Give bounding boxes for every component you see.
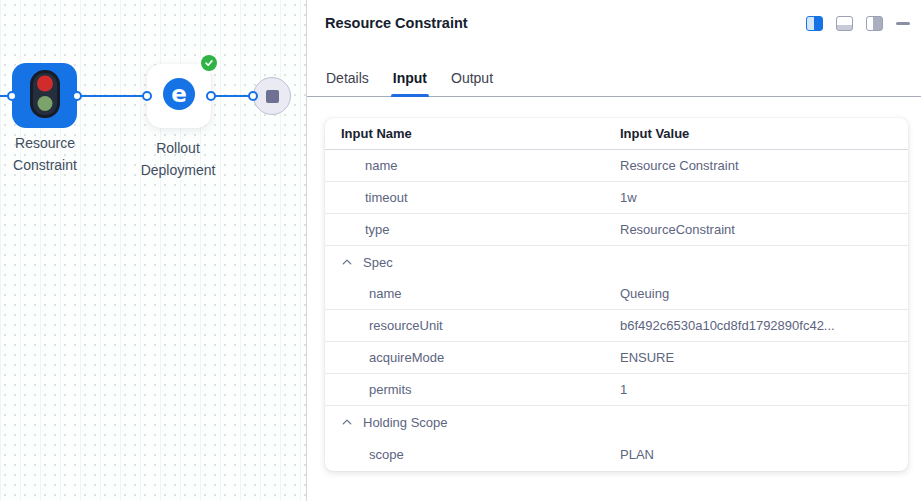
rollout-icon: e bbox=[162, 77, 196, 115]
row-name: type bbox=[325, 222, 620, 237]
svg-text:e: e bbox=[171, 81, 187, 107]
node-label-resource-constraint: Resource Constraint bbox=[0, 132, 100, 176]
row-name: acquireMode bbox=[325, 350, 620, 365]
port-out-rollout-deployment[interactable] bbox=[206, 91, 216, 101]
column-header-input-name: Input Name bbox=[325, 126, 620, 141]
tab-input[interactable]: Input bbox=[393, 60, 427, 96]
row-value: b6f492c6530a10cd8fd1792890fc42... bbox=[620, 318, 908, 333]
step-details-panel: Resource Constraint Details Input Output… bbox=[307, 0, 921, 501]
row-value: PLAN bbox=[620, 447, 908, 462]
row-name: resourceUnit bbox=[325, 318, 620, 333]
row-name: timeout bbox=[325, 190, 620, 205]
node-rollout-deployment[interactable]: e bbox=[147, 64, 211, 128]
port-in-rollout-deployment[interactable] bbox=[142, 91, 152, 101]
table-row: name Queuing bbox=[325, 278, 908, 310]
tab-details[interactable]: Details bbox=[326, 60, 369, 96]
input-table-card: Input Name Input Value name Resource Con… bbox=[325, 118, 908, 471]
row-value: 1w bbox=[620, 190, 908, 205]
column-header-input-value: Input Value bbox=[620, 126, 689, 141]
dock-right-icon[interactable] bbox=[866, 16, 883, 31]
table-row: name Resource Constraint bbox=[325, 150, 908, 182]
success-check-icon bbox=[201, 55, 217, 71]
table-group-row-spec[interactable]: Spec bbox=[325, 246, 908, 278]
tabs-bar: Details Input Output bbox=[307, 60, 921, 97]
dock-bottom-icon[interactable] bbox=[836, 16, 853, 31]
row-value: Queuing bbox=[620, 286, 908, 301]
table-row: permits 1 bbox=[325, 374, 908, 406]
panel-title: Resource Constraint bbox=[325, 15, 468, 31]
row-name: permits bbox=[325, 382, 620, 397]
app-window: Resource Constraint e Rollout Deployment bbox=[0, 0, 921, 501]
group-label: Spec bbox=[363, 255, 393, 270]
table-header: Input Name Input Value bbox=[325, 118, 908, 150]
node-resource-constraint[interactable] bbox=[12, 63, 77, 128]
tab-output[interactable]: Output bbox=[451, 60, 493, 96]
minimize-icon[interactable] bbox=[896, 22, 910, 25]
chevron-up-icon bbox=[341, 256, 353, 268]
row-value: Resource Constraint bbox=[620, 158, 908, 173]
table-row: type ResourceConstraint bbox=[325, 214, 908, 246]
row-name: scope bbox=[325, 447, 620, 462]
table-row: timeout 1w bbox=[325, 182, 908, 214]
port-out-resource-constraint[interactable] bbox=[72, 91, 82, 101]
table-row: scope PLAN bbox=[325, 438, 908, 470]
row-name: name bbox=[325, 158, 620, 173]
row-value: ENSURE bbox=[620, 350, 908, 365]
table-row: resourceUnit b6f492c6530a10cd8fd1792890f… bbox=[325, 310, 908, 342]
row-value: ResourceConstraint bbox=[620, 222, 908, 237]
table-group-row-holding-scope[interactable]: Holding Scope bbox=[325, 406, 908, 438]
chevron-up-icon bbox=[341, 416, 353, 428]
stop-square-icon bbox=[266, 90, 279, 103]
traffic-light-icon bbox=[30, 70, 60, 122]
port-in-resource-constraint[interactable] bbox=[7, 91, 17, 101]
group-label: Holding Scope bbox=[363, 415, 448, 430]
port-in-end-node[interactable] bbox=[248, 91, 258, 101]
node-label-rollout-deployment: Rollout Deployment bbox=[123, 137, 233, 181]
row-name: name bbox=[325, 286, 620, 301]
row-value: 1 bbox=[620, 382, 908, 397]
dock-left-split-icon[interactable] bbox=[806, 16, 823, 31]
pipeline-canvas[interactable]: Resource Constraint e Rollout Deployment bbox=[0, 0, 306, 501]
panel-window-controls bbox=[806, 16, 910, 31]
node-pipeline-end[interactable] bbox=[253, 77, 291, 115]
table-row: acquireMode ENSURE bbox=[325, 342, 908, 374]
